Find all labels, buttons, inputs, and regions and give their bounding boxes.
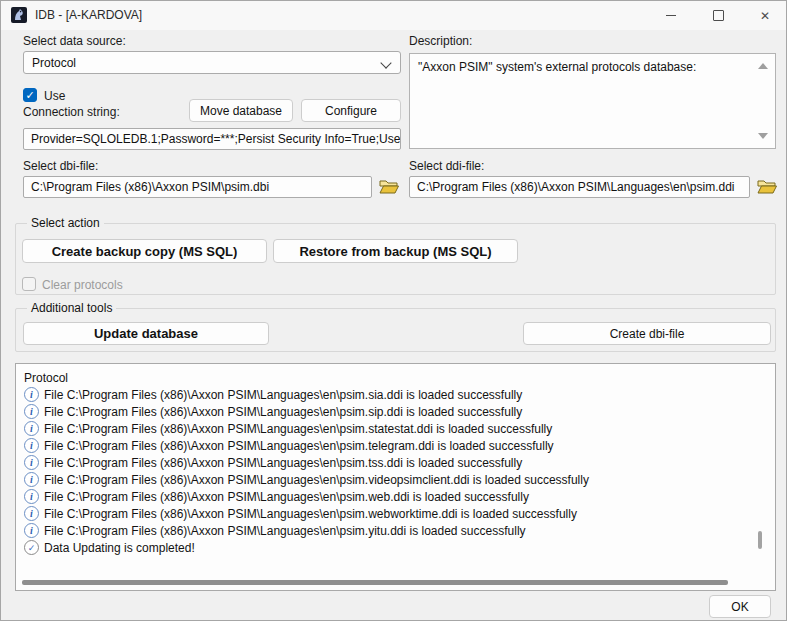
info-icon: i <box>24 523 39 538</box>
minimize-icon <box>666 15 676 16</box>
restore-backup-button[interactable]: Restore from backup (MS SQL) <box>273 239 518 263</box>
log-entry: i File C:\Program Files (x86)\Axxon PSIM… <box>24 403 761 420</box>
log-entry: i File C:\Program Files (x86)\Axxon PSIM… <box>24 454 761 471</box>
log-entries: i File C:\Program Files (x86)\Axxon PSIM… <box>24 386 761 539</box>
log-entry-text: File C:\Program Files (x86)\Axxon PSIM\L… <box>44 456 522 470</box>
vertical-scrollbar[interactable] <box>758 531 762 549</box>
log-entry-text: File C:\Program Files (x86)\Axxon PSIM\L… <box>44 473 589 487</box>
ok-button[interactable]: OK <box>709 595 771 618</box>
log-entry: i File C:\Program Files (x86)\Axxon PSIM… <box>24 522 761 539</box>
update-database-button[interactable]: Update database <box>23 322 269 345</box>
connection-string-input[interactable]: Provider=SQLOLEDB.1;Password=***;Persist… <box>23 128 401 150</box>
dbi-file-label: Select dbi-file: <box>23 159 98 173</box>
maximize-button[interactable] <box>695 1 741 30</box>
use-label: Use <box>44 89 65 103</box>
info-icon: i <box>24 387 39 402</box>
log-entry: i File C:\Program Files (x86)\Axxon PSIM… <box>24 420 761 437</box>
scroll-up-icon[interactable] <box>758 63 768 69</box>
info-icon: i <box>24 421 39 436</box>
horizontal-scrollbar[interactable] <box>22 580 728 585</box>
titlebar: IDB - [A-KARDOVA] ✕ <box>1 1 786 30</box>
chevron-down-icon <box>380 57 391 68</box>
use-checkbox[interactable]: ✓ <box>23 88 37 102</box>
log-completed-text: Data Updating is completed! <box>44 541 195 555</box>
ddi-browse-button[interactable] <box>756 176 778 198</box>
log-entry-text: File C:\Program Files (x86)\Axxon PSIM\L… <box>44 439 554 453</box>
data-source-label: Select data source: <box>23 34 126 48</box>
info-icon: i <box>24 489 39 504</box>
clear-protocols-label: Clear protocols <box>42 278 123 292</box>
window-title: IDB - [A-KARDOVA] <box>35 8 142 22</box>
log-entry-text: File C:\Program Files (x86)\Axxon PSIM\L… <box>44 405 522 419</box>
minimize-button[interactable] <box>648 1 694 30</box>
dbi-browse-button[interactable] <box>378 176 400 198</box>
description-box[interactable]: "Axxon PSIM" system's external protocols… <box>409 53 776 149</box>
select-action-group-label: Select action <box>27 216 104 230</box>
scroll-down-icon[interactable] <box>758 133 768 139</box>
clear-protocols-checkbox[interactable] <box>22 277 36 291</box>
log-entry-text: File C:\Program Files (x86)\Axxon PSIM\L… <box>44 422 552 436</box>
protocol-log[interactable]: Protocol i File C:\Program Files (x86)\A… <box>15 363 776 591</box>
idb-dialog-window: IDB - [A-KARDOVA] ✕ Select data source: … <box>0 0 787 621</box>
log-entry: i File C:\Program Files (x86)\Axxon PSIM… <box>24 488 761 505</box>
log-entry-text: File C:\Program Files (x86)\Axxon PSIM\L… <box>44 490 529 504</box>
info-icon: i <box>24 438 39 453</box>
additional-tools-group-label: Additional tools <box>27 301 116 315</box>
log-entry-text: File C:\Program Files (x86)\Axxon PSIM\L… <box>44 524 526 538</box>
connection-string-label: Connection string: <box>23 105 120 119</box>
folder-open-icon <box>757 179 777 195</box>
log-entry: i File C:\Program Files (x86)\Axxon PSIM… <box>24 437 761 454</box>
checkmark-icon: ✓ <box>25 90 34 101</box>
log-title-text: Protocol <box>24 371 68 385</box>
log-entry-text: File C:\Program Files (x86)\Axxon PSIM\L… <box>44 388 522 402</box>
log-completed: ✓ Data Updating is completed! <box>24 539 761 556</box>
create-dbi-file-button[interactable]: Create dbi-file <box>523 322 771 345</box>
move-database-button[interactable]: Move database <box>189 99 293 122</box>
configure-button[interactable]: Configure <box>301 99 401 122</box>
info-icon: i <box>24 472 39 487</box>
folder-open-icon <box>379 179 399 195</box>
log-entry-text: File C:\Program Files (x86)\Axxon PSIM\L… <box>44 507 577 521</box>
info-icon: i <box>24 506 39 521</box>
dbi-file-input[interactable]: C:\Program Files (x86)\Axxon PSIM\psim.d… <box>23 176 372 198</box>
maximize-icon <box>713 10 724 21</box>
close-button[interactable]: ✕ <box>742 1 787 30</box>
description-text: "Axxon PSIM" system's external protocols… <box>418 60 696 74</box>
data-source-select[interactable]: Protocol <box>23 51 401 74</box>
create-backup-button[interactable]: Create backup copy (MS SQL) <box>22 239 267 263</box>
ddi-file-input[interactable]: C:\Program Files (x86)\Axxon PSIM\Langua… <box>409 176 750 198</box>
data-source-value: Protocol <box>32 56 76 70</box>
description-label: Description: <box>409 34 472 48</box>
log-entry: i File C:\Program Files (x86)\Axxon PSIM… <box>24 505 761 522</box>
info-icon: i <box>24 404 39 419</box>
app-icon <box>11 7 27 23</box>
close-icon: ✕ <box>760 9 770 23</box>
info-icon: i <box>24 455 39 470</box>
log-entry: i File C:\Program Files (x86)\Axxon PSIM… <box>24 386 761 403</box>
ddi-file-label: Select ddi-file: <box>409 159 484 173</box>
check-circle-icon: ✓ <box>24 540 39 555</box>
log-title: Protocol <box>24 369 761 386</box>
log-entry: i File C:\Program Files (x86)\Axxon PSIM… <box>24 471 761 488</box>
